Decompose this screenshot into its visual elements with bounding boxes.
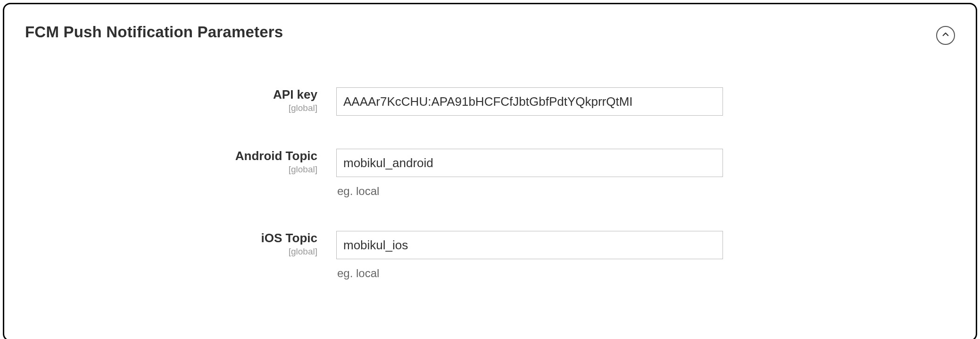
label-col: iOS Topic [global] xyxy=(25,231,336,257)
collapse-toggle[interactable] xyxy=(936,26,955,45)
chevron-up-icon xyxy=(941,30,950,41)
ios-topic-label: iOS Topic xyxy=(25,231,317,246)
input-col: eg. local xyxy=(336,231,723,280)
field-row-android-topic: Android Topic [global] eg. local xyxy=(25,149,955,198)
ios-topic-scope: [global] xyxy=(25,246,317,257)
android-topic-label: Android Topic xyxy=(25,149,317,163)
section-title: FCM Push Notification Parameters xyxy=(25,23,283,41)
api-key-scope: [global] xyxy=(25,103,317,113)
android-topic-scope: [global] xyxy=(25,164,317,175)
api-key-label: API key xyxy=(25,87,317,102)
android-topic-hint: eg. local xyxy=(336,185,723,198)
field-row-api-key: API key [global] xyxy=(25,87,955,116)
input-col: eg. local xyxy=(336,149,723,198)
label-col: API key [global] xyxy=(25,87,336,113)
field-row-ios-topic: iOS Topic [global] eg. local xyxy=(25,231,955,280)
ios-topic-hint: eg. local xyxy=(336,267,723,280)
fcm-parameters-panel: FCM Push Notification Parameters API key… xyxy=(3,3,977,339)
api-key-input[interactable] xyxy=(336,87,723,116)
form-body: API key [global] Android Topic [global] … xyxy=(4,45,976,299)
input-col xyxy=(336,87,723,116)
panel-header: FCM Push Notification Parameters xyxy=(4,4,976,45)
label-col: Android Topic [global] xyxy=(25,149,336,175)
ios-topic-input[interactable] xyxy=(336,231,723,259)
android-topic-input[interactable] xyxy=(336,149,723,177)
